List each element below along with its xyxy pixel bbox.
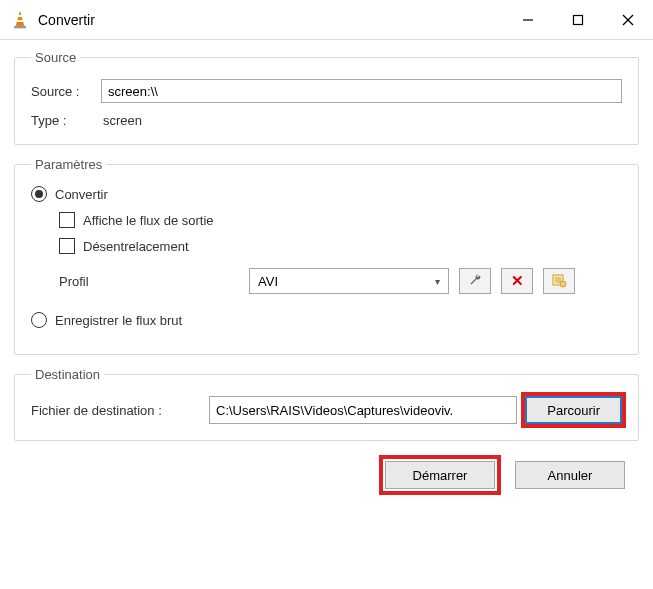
wrench-icon	[467, 272, 483, 291]
raw-radio[interactable]	[31, 312, 47, 328]
type-value: screen	[101, 113, 142, 128]
profile-label: Profil	[59, 274, 239, 289]
params-fieldset: Paramètres Convertir Affiche le flux de …	[14, 157, 639, 355]
svg-rect-3	[14, 25, 26, 28]
svg-rect-2	[17, 20, 23, 22]
minimize-button[interactable]	[503, 0, 553, 39]
show-output-checkbox[interactable]	[59, 212, 75, 228]
profile-select[interactable]: AVI ▾	[249, 268, 449, 294]
cancel-button[interactable]: Annuler	[515, 461, 625, 489]
delete-profile-button[interactable]: ✕	[501, 268, 533, 294]
source-input[interactable]	[101, 79, 622, 103]
svg-rect-1	[18, 15, 23, 17]
destination-fieldset: Destination Fichier de destination : Par…	[14, 367, 639, 441]
window-title: Convertir	[38, 12, 503, 28]
convert-radio-label: Convertir	[55, 187, 108, 202]
new-profile-icon	[551, 272, 567, 291]
chevron-down-icon: ▾	[435, 276, 440, 287]
raw-radio-row[interactable]: Enregistrer le flux brut	[31, 312, 622, 328]
type-label: Type :	[31, 113, 101, 128]
dest-file-input[interactable]	[209, 396, 517, 424]
maximize-button[interactable]	[553, 0, 603, 39]
convert-radio-row[interactable]: Convertir	[31, 186, 622, 202]
svg-point-12	[560, 281, 566, 287]
show-output-checkbox-row[interactable]: Affiche le flux de sortie	[59, 212, 622, 228]
dest-file-label: Fichier de destination :	[31, 403, 201, 418]
deinterlace-checkbox[interactable]	[59, 238, 75, 254]
raw-radio-label: Enregistrer le flux brut	[55, 313, 182, 328]
show-output-label: Affiche le flux de sortie	[83, 213, 214, 228]
deinterlace-label: Désentrelacement	[83, 239, 189, 254]
close-button[interactable]	[603, 0, 653, 39]
x-icon: ✕	[511, 272, 524, 290]
svg-marker-0	[16, 11, 24, 26]
source-label: Source :	[31, 84, 101, 99]
params-legend: Paramètres	[31, 157, 106, 172]
source-legend: Source	[31, 50, 80, 65]
convert-radio[interactable]	[31, 186, 47, 202]
svg-rect-5	[574, 15, 583, 24]
new-profile-button[interactable]	[543, 268, 575, 294]
vlc-icon	[10, 10, 30, 30]
source-fieldset: Source Source : Type : screen	[14, 50, 639, 145]
start-button[interactable]: Démarrer	[385, 461, 495, 489]
title-bar: Convertir	[0, 0, 653, 40]
destination-legend: Destination	[31, 367, 104, 382]
browse-button[interactable]: Parcourir	[525, 396, 622, 424]
profile-selected-value: AVI	[258, 274, 278, 289]
deinterlace-checkbox-row[interactable]: Désentrelacement	[59, 238, 622, 254]
edit-profile-button[interactable]	[459, 268, 491, 294]
